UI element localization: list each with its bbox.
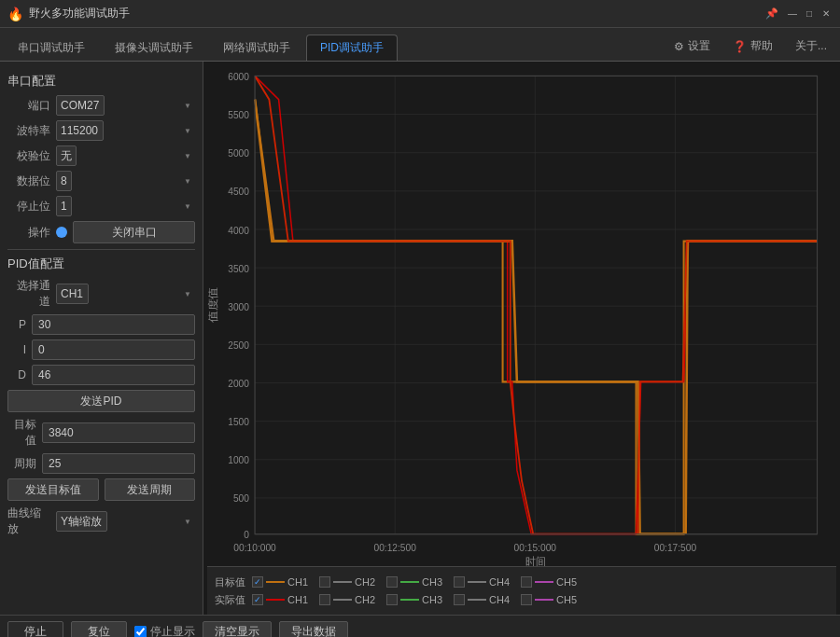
tab-pid[interactable]: PID调试助手 (306, 35, 398, 61)
help-button[interactable]: ❓ 帮助 (723, 35, 782, 57)
svg-text:2000: 2000 (228, 378, 249, 390)
target-ch2-label: CH2 (355, 576, 375, 588)
op-label: 操作 (7, 225, 50, 241)
action-bar: 停止 复位 停止显示 清空显示 导出数据 (0, 615, 840, 637)
send-pid-button[interactable]: 发送PID (7, 390, 195, 412)
legend-target-ch2: CH2 (319, 576, 375, 588)
tabbar: 串口调试助手 摄像头调试助手 网络调试助手 PID调试助手 ⚙ 设置 ❓ 帮助 … (0, 28, 840, 62)
actual-legend-label: 实际值 (215, 593, 246, 607)
target-legend-label: 目标值 (215, 575, 246, 589)
d-label: D (7, 368, 26, 381)
target-ch2-check[interactable] (319, 576, 330, 588)
baud-label: 波特率 (7, 123, 50, 139)
send-row: 发送目标值 发送周期 (7, 478, 195, 501)
legend-target-row: 目标值 CH1 CH2 CH3 (215, 575, 582, 589)
window-controls: — □ ✕ (786, 7, 833, 21)
svg-text:00:10:000: 00:10:000 (233, 541, 275, 553)
legend-target-ch1: CH1 (252, 576, 308, 588)
actual-ch3-check[interactable] (386, 594, 398, 605)
actual-ch2-color (333, 599, 352, 601)
i-input[interactable] (32, 339, 195, 360)
target-ch5-color (535, 581, 553, 583)
legend-actual-ch3: CH3 (386, 594, 442, 605)
actual-ch5-color (535, 599, 553, 601)
svg-text:5500: 5500 (228, 109, 249, 121)
pause-display-checkbox[interactable] (134, 626, 147, 637)
tab-camera[interactable]: 摄像头调试助手 (101, 35, 207, 61)
right-panel: 6000 5500 5000 4500 4000 3500 3000 2500 … (203, 62, 840, 615)
gear-icon: ⚙ (674, 40, 684, 53)
actual-ch1-check[interactable] (252, 594, 263, 605)
channel-select[interactable]: CH1 CH2 CH3 CH4 CH5 (56, 284, 89, 304)
svg-text:00:17:500: 00:17:500 (654, 541, 696, 553)
p-label: P (7, 318, 26, 331)
curve-select-wrap: Y轴缩放 (56, 511, 195, 532)
reset-button[interactable]: 复位 (71, 621, 127, 638)
tab-serial[interactable]: 串口调试助手 (4, 35, 99, 61)
export-button[interactable]: 导出数据 (279, 621, 348, 638)
actual-ch4-label: CH4 (489, 594, 510, 605)
tab-network[interactable]: 网络调试助手 (209, 35, 304, 61)
send-period-button[interactable]: 发送周期 (105, 478, 196, 501)
svg-text:1000: 1000 (228, 454, 249, 466)
d-input[interactable] (32, 365, 195, 385)
target-ch5-check[interactable] (521, 576, 532, 588)
period-input[interactable] (42, 453, 195, 474)
actual-ch5-check[interactable] (521, 594, 532, 605)
actual-ch4-check[interactable] (454, 594, 465, 605)
minimize-button[interactable]: — (786, 7, 799, 21)
left-panel: 串口配置 端口 COM27 波特率 115200 校验位 无 (0, 62, 203, 615)
baud-select-wrap: 115200 (56, 120, 195, 141)
connection-toggle[interactable] (56, 227, 67, 238)
target-input[interactable] (42, 422, 195, 443)
svg-text:6000: 6000 (228, 70, 249, 82)
chart-container: 6000 5500 5000 4500 4000 3500 3000 2500 … (207, 65, 836, 566)
legend-actual-ch2: CH2 (319, 594, 375, 605)
legend-group: 目标值 CH1 CH2 CH3 (215, 575, 582, 607)
check-select[interactable]: 无 (56, 145, 77, 166)
close-serial-button[interactable]: 关闭串口 (73, 221, 195, 243)
legend-target-ch3: CH3 (386, 576, 442, 588)
about-button[interactable]: 关于... (786, 35, 836, 57)
main-content: 串口配置 端口 COM27 波特率 115200 校验位 无 (0, 62, 840, 615)
send-target-button[interactable]: 发送目标值 (7, 478, 99, 501)
stop-label: 停止位 (7, 199, 50, 215)
stop-row: 停止位 1 (7, 196, 195, 216)
actual-ch2-check[interactable] (319, 594, 330, 605)
port-select[interactable]: COM27 (56, 95, 105, 116)
target-row: 目标值 (7, 417, 195, 449)
pause-display-label[interactable]: 停止显示 (134, 624, 195, 637)
close-button[interactable]: ✕ (819, 7, 833, 21)
baud-select[interactable]: 115200 (56, 120, 104, 141)
actual-ch1-color (266, 599, 285, 601)
settings-button[interactable]: ⚙ 设置 (665, 35, 720, 57)
target-ch4-check[interactable] (454, 576, 465, 588)
actual-ch3-color (400, 599, 419, 601)
period-row: 周期 (7, 453, 195, 474)
clear-button[interactable]: 清空显示 (203, 621, 272, 638)
svg-text:5000: 5000 (228, 147, 249, 159)
channel-row: 选择通道 CH1 CH2 CH3 CH4 CH5 (7, 278, 195, 310)
p-input[interactable] (32, 314, 195, 335)
actual-ch5-label: CH5 (556, 594, 577, 605)
p-row: P (7, 314, 195, 335)
target-ch3-check[interactable] (386, 576, 398, 588)
legend-actual-ch4: CH4 (454, 594, 510, 605)
maximize-button[interactable]: □ (803, 7, 816, 21)
target-ch3-label: CH3 (422, 576, 442, 588)
d-row: D (7, 365, 195, 385)
target-ch2-color (333, 581, 352, 583)
data-select-wrap: 8 (56, 171, 195, 191)
target-label: 目标值 (7, 417, 36, 449)
curve-select[interactable]: Y轴缩放 (56, 511, 107, 532)
stop-select[interactable]: 1 (56, 196, 72, 216)
app-title: 野火多功能调试助手 (29, 6, 765, 21)
actual-ch1-label: CH1 (287, 594, 308, 605)
pause-display-text: 停止显示 (150, 624, 195, 637)
svg-text:00:15:000: 00:15:000 (514, 541, 556, 553)
stop-button[interactable]: 停止 (7, 621, 63, 638)
actual-ch4-color (468, 599, 486, 601)
data-select[interactable]: 8 (56, 171, 72, 191)
pin-icon[interactable]: 📌 (765, 7, 778, 20)
target-ch1-check[interactable] (252, 576, 263, 588)
